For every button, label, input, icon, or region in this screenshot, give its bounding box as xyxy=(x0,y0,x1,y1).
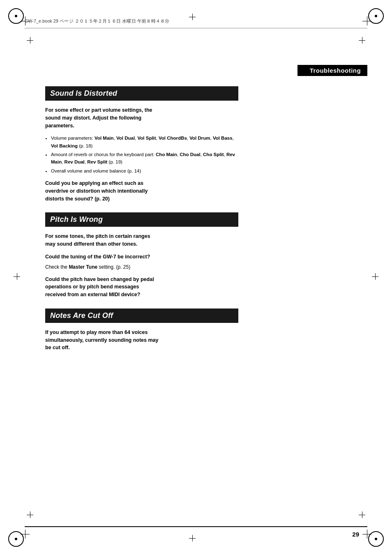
crosshair-top-left xyxy=(27,37,33,44)
crosshair-mid-left xyxy=(14,273,20,280)
crosshair-bot-mid xyxy=(189,535,196,541)
inner-reg-br xyxy=(362,530,371,539)
crosshair-bot-left xyxy=(27,511,33,518)
bottom-bar xyxy=(25,526,367,527)
pitch-tuning-question: Could the tuning of the GW-7 be incorrec… xyxy=(45,253,238,261)
page-number: 29 xyxy=(352,531,359,538)
notes-cut-off-header: Notes Are Cut Off xyxy=(45,309,238,323)
sound-distorted-question: Could you be applying an effect such as … xyxy=(45,180,238,203)
page-title-bar: Troubleshooting xyxy=(297,65,367,76)
page-title-text: Troubleshooting xyxy=(310,67,361,74)
header-bar: GW-7_e.book 29 ページ ２０１５年２月１６日 水曜日 午前８時４８… xyxy=(25,18,367,24)
crosshair-bot-right xyxy=(359,511,365,518)
header-line xyxy=(25,28,367,28)
main-content: Sound Is Distorted For some effect or pa… xyxy=(45,86,238,362)
notes-cut-off-section: Notes Are Cut Off If you attempt to play… xyxy=(45,309,238,352)
crosshair-mid-right xyxy=(372,273,378,280)
sound-distorted-intro: For some effect or part volume settings,… xyxy=(45,106,238,129)
inner-reg-bl xyxy=(21,530,30,539)
bullet-item-2: Amount of reverb or chorus for the keybo… xyxy=(51,151,238,166)
sound-distorted-bullets: Volume parameters: Vol Main, Vol Dual, V… xyxy=(51,134,238,175)
pitch-wrong-intro: For some tones, the pitch in certain ran… xyxy=(45,233,238,248)
page: GW-7_e.book 29 ページ ２０１５年２月１６日 水曜日 午前８時４８… xyxy=(0,0,392,555)
header-meta: GW-7_e.book 29 ページ ２０１５年２月１６日 水曜日 午前８時４８… xyxy=(25,18,169,24)
crosshair-top-right xyxy=(359,37,365,44)
bullet-item-1: Volume parameters: Vol Main, Vol Dual, V… xyxy=(51,134,238,150)
bullet-item-3: Overall volume and volume balance (p. 14… xyxy=(51,167,238,175)
pitch-tuning-answer: Check the Master Tune setting. (p. 25) xyxy=(45,263,238,271)
sound-distorted-section: Sound Is Distorted For some effect or pa… xyxy=(45,86,238,203)
pitch-pedal-question: Could the pitch have been changed by ped… xyxy=(45,276,238,299)
notes-cut-off-intro: If you attempt to play more than 64 voic… xyxy=(45,329,238,352)
pitch-wrong-header: Pitch Is Wrong xyxy=(45,212,238,227)
sound-distorted-header: Sound Is Distorted xyxy=(45,86,238,101)
pitch-wrong-section: Pitch Is Wrong For some tones, the pitch… xyxy=(45,212,238,299)
